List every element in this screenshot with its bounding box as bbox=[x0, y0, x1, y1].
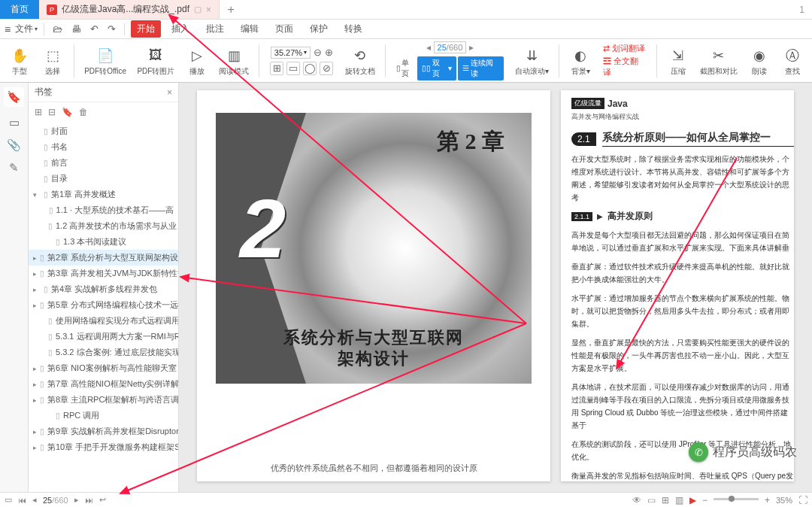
double-page-button[interactable]: ▯▯双页▾ bbox=[417, 56, 456, 80]
status-zoom-in-icon[interactable]: + bbox=[765, 495, 770, 505]
first-page-icon[interactable]: ⏮ bbox=[18, 496, 26, 505]
single-page-button[interactable]: ▯单页 bbox=[396, 58, 416, 79]
screenshot-button[interactable]: ✂截图和对比 bbox=[696, 44, 741, 78]
rotate-button[interactable]: ⟲旋转文档 bbox=[341, 44, 379, 78]
bookmark-item[interactable]: ▯RPC 调用 bbox=[29, 408, 178, 424]
full-translate[interactable]: ☲ 全文翻译 bbox=[603, 56, 645, 78]
close-panel-icon[interactable]: × bbox=[167, 87, 172, 98]
bookmark-item[interactable]: ▸▯第6章 NIO案例解析与高性能聊天室 bbox=[29, 360, 178, 376]
attach-rail-icon[interactable]: 📎 bbox=[7, 138, 21, 152]
bookmark-item[interactable]: ▯1.1 · 大型系统的技术基石——高 bbox=[29, 202, 178, 218]
prev-page-icon[interactable]: ◂ bbox=[32, 495, 37, 505]
zoom-value[interactable]: 35.27%▾ bbox=[271, 47, 311, 59]
bookmark-item[interactable]: ▯前言 bbox=[29, 155, 178, 171]
bookmark-item[interactable]: ▸▯第3章 高并发相关JVM与JDK新特性等 bbox=[29, 266, 178, 281]
open-icon[interactable]: 🗁 bbox=[50, 23, 65, 35]
hand-tool[interactable]: ✋手型 bbox=[5, 44, 35, 78]
status-zoom-out-icon[interactable]: − bbox=[702, 495, 707, 505]
background-button[interactable]: ◐背景▾ bbox=[565, 44, 595, 78]
menu-edit[interactable]: 编辑 bbox=[235, 20, 265, 38]
zoom-in-icon[interactable]: ⊕ bbox=[325, 47, 333, 58]
pdf-to-image[interactable]: 🖼PDF转图片 bbox=[133, 44, 178, 78]
left-rail: 🔖 ▭ 📎 ✎ bbox=[0, 83, 29, 492]
read-aloud-button[interactable]: ◉朗读 bbox=[744, 44, 774, 78]
bookmark-item[interactable]: ▯5.3.1 远程调用两大方案一RMI与RPC bbox=[29, 329, 178, 345]
status-grid-icon[interactable]: ⊞ bbox=[662, 495, 669, 505]
read-mode[interactable]: ▥阅读模式 bbox=[215, 44, 253, 78]
compress-button[interactable]: ⇲压缩 bbox=[663, 44, 693, 78]
expand-icon[interactable]: ⛶ bbox=[798, 495, 807, 505]
word-translate[interactable]: ⇄ 划词翻译 bbox=[603, 43, 645, 54]
expand-icon[interactable]: ⊞ bbox=[35, 107, 42, 117]
fit-width-icon[interactable]: ⊞ bbox=[270, 62, 283, 75]
bookmark-item[interactable]: ▸▯第7章 高性能NIO框架Netty实例详解 bbox=[29, 376, 178, 392]
bookmark-item[interactable]: ▯使用网络编程实现分布式远程调用. bbox=[29, 313, 178, 329]
tab-close-icon[interactable]: × bbox=[206, 5, 211, 15]
page-viewer[interactable]: 第 2 章 2 系统分析与大型互联网 架构设计 优秀的软件系统虽然各不相同，但都… bbox=[179, 83, 812, 492]
select-tool[interactable]: ⬚选择 bbox=[38, 44, 68, 78]
bookmark-item[interactable]: ▸▯第5章 分布式网络编程核心技术一远程 bbox=[29, 297, 178, 313]
bookmark-item[interactable]: ▯1.3 本书阅读建议 bbox=[29, 234, 178, 250]
menu-protect[interactable]: 保护 bbox=[304, 20, 334, 38]
bookmark-item[interactable]: ▸▯第2章 系统分析与大型互联网架构设 bbox=[29, 250, 178, 266]
back-icon[interactable]: ↩ bbox=[99, 495, 106, 505]
undo-icon[interactable]: ↶ bbox=[88, 23, 101, 35]
zoom-out-icon[interactable]: ⊖ bbox=[314, 47, 322, 58]
play-button[interactable]: ▷播放 bbox=[182, 44, 212, 78]
bookmark-label: 第8章 主流RPC框架解析与跨语言调用 bbox=[47, 394, 178, 405]
pdf-to-office[interactable]: 📄PDF转Office bbox=[80, 44, 130, 78]
redo-icon[interactable]: ↷ bbox=[105, 23, 118, 35]
bookmark-item[interactable]: ▯目录 bbox=[29, 171, 178, 187]
bookmark-item[interactable]: ▯书名 bbox=[29, 139, 178, 155]
page-input[interactable]: 25/660 bbox=[434, 41, 467, 53]
menu-start[interactable]: 开始 bbox=[131, 20, 161, 38]
page-indicator[interactable]: 25/660 bbox=[43, 496, 68, 505]
thumbs-icon[interactable]: ▭ bbox=[5, 495, 12, 505]
bookmark-item[interactable]: ▯5.3.2 综合案例: 通过底层技能实现RI bbox=[29, 345, 178, 360]
fit-page-icon[interactable]: ▭ bbox=[286, 62, 300, 75]
menu-insert[interactable]: 插入 bbox=[165, 20, 195, 38]
autoscroll-button[interactable]: ⇊自动滚动▾ bbox=[511, 44, 553, 78]
next-page-icon[interactable]: ▸ bbox=[74, 495, 79, 505]
continuous-button[interactable]: ☰连续阅读 bbox=[458, 56, 504, 80]
print-icon[interactable]: 🖶 bbox=[69, 23, 83, 35]
home-tab[interactable]: 首页 bbox=[0, 0, 39, 19]
bookmark-add-icon[interactable]: 🔖 bbox=[62, 107, 73, 117]
bookmark-item[interactable]: ▸▯第9章 实战解析高并发框架Disruptor bbox=[29, 424, 178, 439]
loupe-icon[interactable]: ⊘ bbox=[320, 62, 333, 75]
status-zoom-value[interactable]: 35% bbox=[776, 496, 792, 505]
tab-window-icon[interactable]: ▢ bbox=[194, 5, 201, 14]
status-play-icon[interactable]: ▶ bbox=[689, 495, 696, 505]
status-eye-icon[interactable]: 👁 bbox=[632, 495, 641, 505]
actual-size-icon[interactable]: ◯ bbox=[303, 62, 317, 75]
bookmark-item[interactable]: ▯1.2 高并发技术的市场需求与从业 bbox=[29, 218, 178, 234]
sign-rail-icon[interactable]: ✎ bbox=[9, 161, 19, 175]
status-book-icon[interactable]: ▭ bbox=[647, 495, 656, 505]
file-menu[interactable]: 文件▾ bbox=[15, 23, 38, 35]
new-tab-button[interactable]: + bbox=[220, 0, 242, 19]
menu-convert[interactable]: 转换 bbox=[338, 20, 368, 38]
bookmark-item[interactable]: ▯封面 bbox=[29, 123, 178, 139]
thumbs-rail-icon[interactable]: ▭ bbox=[9, 116, 20, 129]
menu-annotate[interactable]: 批注 bbox=[200, 20, 230, 38]
hamburger-icon[interactable]: ≡ bbox=[5, 23, 11, 35]
bookmark-item[interactable]: ▸▯第10章 手把手开发微服务构建框架Sp bbox=[29, 439, 178, 455]
status-layout-icon[interactable]: ▥ bbox=[675, 495, 683, 505]
menu-page[interactable]: 页面 bbox=[269, 20, 299, 38]
file-tab[interactable]: P 亿级流量Java高...编程实战_.pdf ▢ × bbox=[39, 0, 220, 19]
prev-page-icon[interactable]: ◂ bbox=[426, 42, 431, 53]
find-button[interactable]: Ⓐ查找 bbox=[777, 44, 807, 78]
bookmark-item[interactable]: ▸▯第8章 主流RPC框架解析与跨语言调用 bbox=[29, 392, 178, 408]
bookmark-item[interactable]: ▾▯第1章 高并发概述 bbox=[29, 187, 178, 202]
last-page-icon[interactable]: ⏭ bbox=[85, 496, 93, 505]
bookmark-del-icon[interactable]: 🗑 bbox=[79, 107, 88, 117]
next-page-icon[interactable]: ▸ bbox=[469, 42, 474, 53]
zoom-slider[interactable] bbox=[714, 498, 759, 500]
collapse-icon[interactable]: ⊟ bbox=[48, 107, 56, 117]
zoom-group: 35.27%▾ ⊖ ⊕ ⊞ ▭ ◯ ⊘ bbox=[265, 45, 338, 77]
chapter-label: 第 2 章 bbox=[437, 126, 504, 157]
bookmark-item[interactable]: ▸▯第4章 实战解析多线程并发包 bbox=[29, 281, 178, 297]
bookmark-rail-icon[interactable]: 🔖 bbox=[4, 87, 24, 107]
mic-icon: ◉ bbox=[753, 45, 765, 66]
bookmark-label: 第2章 系统分析与大型互联网架构设 bbox=[47, 252, 178, 263]
